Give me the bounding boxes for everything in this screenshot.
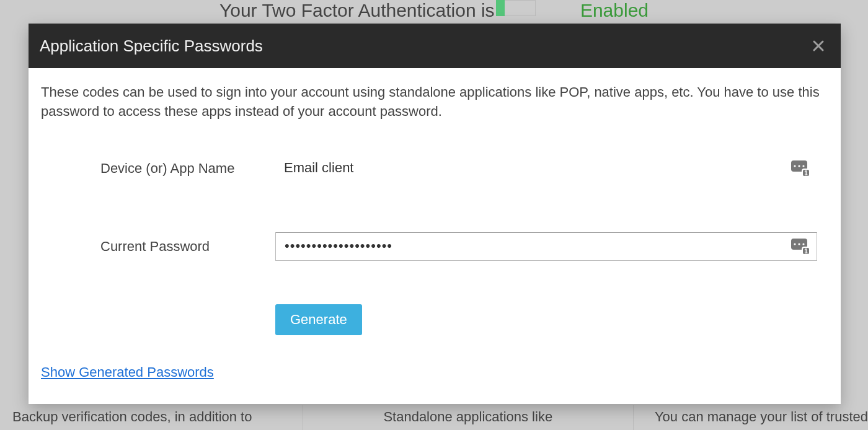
button-row: Generate [41,304,828,335]
current-password-input[interactable] [275,232,817,261]
form: Device (or) App Name 1 Current Password [41,155,828,261]
background-col-3: You can manage your list of trusted [633,405,868,430]
svg-text:1: 1 [804,248,808,255]
device-name-label: Device (or) App Name [100,160,275,177]
app-passwords-modal: Application Specific Passwords These cod… [29,24,841,404]
status-indicator-icon [496,0,505,16]
close-button[interactable] [808,36,828,56]
background-status: Enabled [580,0,649,20]
background-heading: Your Two Factor Authentication is Enable… [0,0,868,21]
modal-body: These codes can be used to sign into you… [29,68,841,335]
password-manager-icon[interactable]: 1 [791,160,810,177]
show-generated-passwords-link[interactable]: Show Generated Passwords [41,364,214,380]
device-name-input[interactable] [275,155,817,183]
background-heading-text: Your Two Factor Authentication is [219,0,495,20]
device-name-field-wrap: 1 [275,155,828,183]
svg-point-7 [794,243,795,245]
background-col-1: Backup verification codes, in addition t… [0,405,303,430]
svg-point-1 [794,165,795,167]
svg-point-3 [802,165,804,167]
password-manager-icon[interactable]: 1 [791,239,810,255]
svg-point-9 [802,243,804,245]
svg-text:1: 1 [804,170,808,177]
link-row: Show Generated Passwords [41,364,214,380]
current-password-row: Current Password 1 [100,232,828,261]
background-col-2: Standalone applications like [303,405,633,430]
status-box-outline [505,0,536,16]
current-password-field-wrap: 1 [275,232,828,261]
svg-point-8 [798,243,800,245]
svg-point-2 [798,165,800,167]
modal-header: Application Specific Passwords [29,24,841,68]
modal-title: Application Specific Passwords [40,37,263,56]
device-name-row: Device (or) App Name 1 [100,155,828,183]
current-password-label: Current Password [100,239,275,255]
generate-button[interactable]: Generate [275,304,362,335]
background-columns: Backup verification codes, in addition t… [0,405,868,430]
close-icon [812,40,825,52]
modal-description: These codes can be used to sign into you… [41,83,828,121]
